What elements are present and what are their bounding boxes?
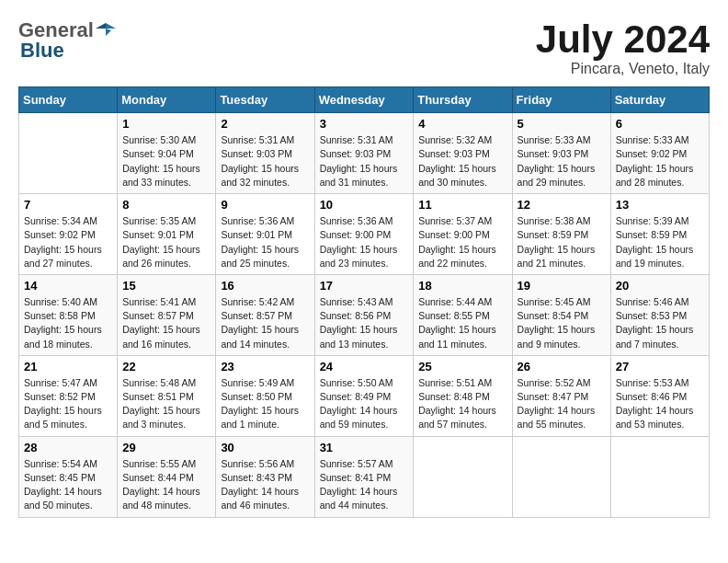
cell-date-number: 14	[24, 279, 112, 293]
cell-sun-info: Sunrise: 5:44 AM Sunset: 8:55 PM Dayligh…	[418, 295, 506, 351]
calendar-cell: 24Sunrise: 5:50 AM Sunset: 8:49 PM Dayli…	[314, 355, 414, 436]
cell-date-number: 28	[24, 441, 112, 454]
calendar-cell: 1Sunrise: 5:30 AM Sunset: 9:04 PM Daylig…	[118, 113, 216, 194]
calendar-cell: 29Sunrise: 5:55 AM Sunset: 8:44 PM Dayli…	[118, 436, 216, 517]
weekday-header-thursday: Thursday	[414, 87, 512, 113]
cell-date-number: 23	[221, 360, 309, 373]
svg-marker-2	[106, 29, 111, 36]
cell-date-number: 26	[518, 360, 606, 373]
calendar-cell: 11Sunrise: 5:37 AM Sunset: 9:00 PM Dayli…	[414, 194, 512, 275]
cell-date-number: 17	[320, 279, 409, 293]
calendar-cell	[19, 113, 118, 194]
svg-marker-1	[96, 23, 106, 29]
calendar-cell: 14Sunrise: 5:40 AM Sunset: 8:58 PM Dayli…	[19, 274, 118, 355]
cell-sun-info: Sunrise: 5:39 AM Sunset: 8:59 PM Dayligh…	[616, 214, 704, 270]
cell-sun-info: Sunrise: 5:32 AM Sunset: 9:03 PM Dayligh…	[418, 133, 506, 190]
cell-sun-info: Sunrise: 5:47 AM Sunset: 8:52 PM Dayligh…	[24, 376, 112, 432]
cell-sun-info: Sunrise: 5:52 AM Sunset: 8:47 PM Dayligh…	[518, 376, 606, 432]
calendar-cell: 21Sunrise: 5:47 AM Sunset: 8:52 PM Dayli…	[19, 355, 118, 436]
weekday-header-sunday: Sunday	[19, 87, 118, 113]
calendar-cell: 27Sunrise: 5:53 AM Sunset: 8:46 PM Dayli…	[610, 355, 709, 436]
cell-date-number: 31	[320, 441, 409, 454]
calendar-cell: 30Sunrise: 5:56 AM Sunset: 8:43 PM Dayli…	[216, 436, 314, 517]
cell-date-number: 3	[320, 117, 409, 131]
cell-sun-info: Sunrise: 5:36 AM Sunset: 9:01 PM Dayligh…	[221, 214, 309, 270]
week-row-4: 21Sunrise: 5:47 AM Sunset: 8:52 PM Dayli…	[19, 355, 710, 436]
logo: General Blue	[18, 18, 116, 63]
cell-sun-info: Sunrise: 5:45 AM Sunset: 8:54 PM Dayligh…	[518, 295, 606, 351]
cell-date-number: 13	[616, 198, 704, 212]
svg-marker-0	[106, 23, 116, 29]
cell-sun-info: Sunrise: 5:54 AM Sunset: 8:45 PM Dayligh…	[24, 457, 112, 513]
cell-sun-info: Sunrise: 5:50 AM Sunset: 8:49 PM Dayligh…	[320, 376, 409, 432]
week-row-3: 14Sunrise: 5:40 AM Sunset: 8:58 PM Dayli…	[19, 274, 710, 355]
calendar-cell	[610, 436, 709, 517]
page-header: General Blue July 2024 Pincara, Veneto, …	[18, 18, 710, 77]
cell-date-number: 12	[518, 198, 606, 212]
weekday-header-wednesday: Wednesday	[314, 87, 414, 113]
weekday-header-row: SundayMondayTuesdayWednesdayThursdayFrid…	[19, 87, 710, 113]
cell-date-number: 29	[122, 441, 210, 454]
cell-sun-info: Sunrise: 5:31 AM Sunset: 9:03 PM Dayligh…	[221, 133, 309, 190]
cell-date-number: 22	[122, 360, 210, 373]
weekday-header-monday: Monday	[118, 87, 216, 113]
calendar-cell: 13Sunrise: 5:39 AM Sunset: 8:59 PM Dayli…	[610, 194, 709, 275]
calendar-cell: 7Sunrise: 5:34 AM Sunset: 9:02 PM Daylig…	[19, 194, 118, 275]
cell-date-number: 16	[221, 279, 309, 293]
calendar-cell	[512, 436, 610, 517]
cell-date-number: 4	[418, 117, 506, 131]
week-row-2: 7Sunrise: 5:34 AM Sunset: 9:02 PM Daylig…	[19, 194, 710, 275]
cell-date-number: 9	[221, 198, 309, 212]
logo-bird-icon	[96, 19, 116, 40]
cell-sun-info: Sunrise: 5:41 AM Sunset: 8:57 PM Dayligh…	[122, 295, 210, 351]
cell-date-number: 21	[24, 360, 112, 373]
calendar-cell: 19Sunrise: 5:45 AM Sunset: 8:54 PM Dayli…	[512, 274, 610, 355]
cell-sun-info: Sunrise: 5:42 AM Sunset: 8:57 PM Dayligh…	[221, 295, 309, 351]
calendar-cell	[414, 436, 512, 517]
weekday-header-saturday: Saturday	[610, 87, 709, 113]
cell-date-number: 18	[418, 279, 506, 293]
cell-sun-info: Sunrise: 5:48 AM Sunset: 8:51 PM Dayligh…	[122, 376, 210, 432]
cell-date-number: 11	[418, 198, 506, 212]
calendar-cell: 28Sunrise: 5:54 AM Sunset: 8:45 PM Dayli…	[19, 436, 118, 517]
calendar-cell: 8Sunrise: 5:35 AM Sunset: 9:01 PM Daylig…	[118, 194, 216, 275]
calendar-cell: 25Sunrise: 5:51 AM Sunset: 8:48 PM Dayli…	[414, 355, 512, 436]
calendar-cell: 16Sunrise: 5:42 AM Sunset: 8:57 PM Dayli…	[216, 274, 314, 355]
logo-blue-text: Blue	[20, 39, 64, 63]
weekday-header-tuesday: Tuesday	[216, 87, 314, 113]
cell-date-number: 20	[616, 279, 704, 293]
cell-sun-info: Sunrise: 5:30 AM Sunset: 9:04 PM Dayligh…	[122, 133, 210, 190]
cell-date-number: 8	[122, 198, 210, 212]
cell-sun-info: Sunrise: 5:40 AM Sunset: 8:58 PM Dayligh…	[24, 295, 112, 351]
calendar-cell: 22Sunrise: 5:48 AM Sunset: 8:51 PM Dayli…	[118, 355, 216, 436]
cell-sun-info: Sunrise: 5:36 AM Sunset: 9:00 PM Dayligh…	[320, 214, 409, 270]
calendar-table: SundayMondayTuesdayWednesdayThursdayFrid…	[18, 86, 710, 517]
calendar-cell: 17Sunrise: 5:43 AM Sunset: 8:56 PM Dayli…	[314, 274, 414, 355]
calendar-cell: 10Sunrise: 5:36 AM Sunset: 9:00 PM Dayli…	[314, 194, 414, 275]
calendar-cell: 26Sunrise: 5:52 AM Sunset: 8:47 PM Dayli…	[512, 355, 610, 436]
title-block: July 2024 Pincara, Veneto, Italy	[536, 18, 710, 77]
cell-sun-info: Sunrise: 5:53 AM Sunset: 8:46 PM Dayligh…	[616, 376, 704, 432]
calendar-cell: 4Sunrise: 5:32 AM Sunset: 9:03 PM Daylig…	[414, 113, 512, 194]
cell-sun-info: Sunrise: 5:49 AM Sunset: 8:50 PM Dayligh…	[221, 376, 309, 432]
cell-sun-info: Sunrise: 5:55 AM Sunset: 8:44 PM Dayligh…	[122, 457, 210, 513]
calendar-cell: 12Sunrise: 5:38 AM Sunset: 8:59 PM Dayli…	[512, 194, 610, 275]
cell-date-number: 19	[518, 279, 606, 293]
calendar-cell: 5Sunrise: 5:33 AM Sunset: 9:03 PM Daylig…	[512, 113, 610, 194]
calendar-cell: 9Sunrise: 5:36 AM Sunset: 9:01 PM Daylig…	[216, 194, 314, 275]
cell-date-number: 24	[320, 360, 409, 373]
cell-date-number: 15	[122, 279, 210, 293]
calendar-cell: 20Sunrise: 5:46 AM Sunset: 8:53 PM Dayli…	[610, 274, 709, 355]
calendar-cell: 6Sunrise: 5:33 AM Sunset: 9:02 PM Daylig…	[610, 113, 709, 194]
cell-date-number: 1	[122, 117, 210, 131]
calendar-cell: 2Sunrise: 5:31 AM Sunset: 9:03 PM Daylig…	[216, 113, 314, 194]
calendar-cell: 18Sunrise: 5:44 AM Sunset: 8:55 PM Dayli…	[414, 274, 512, 355]
cell-date-number: 7	[24, 198, 112, 212]
cell-sun-info: Sunrise: 5:56 AM Sunset: 8:43 PM Dayligh…	[221, 457, 309, 513]
cell-sun-info: Sunrise: 5:37 AM Sunset: 9:00 PM Dayligh…	[418, 214, 506, 270]
cell-sun-info: Sunrise: 5:51 AM Sunset: 8:48 PM Dayligh…	[418, 376, 506, 432]
cell-date-number: 5	[518, 117, 606, 131]
calendar-cell: 3Sunrise: 5:31 AM Sunset: 9:03 PM Daylig…	[314, 113, 414, 194]
cell-sun-info: Sunrise: 5:43 AM Sunset: 8:56 PM Dayligh…	[320, 295, 409, 351]
cell-sun-info: Sunrise: 5:38 AM Sunset: 8:59 PM Dayligh…	[518, 214, 606, 270]
